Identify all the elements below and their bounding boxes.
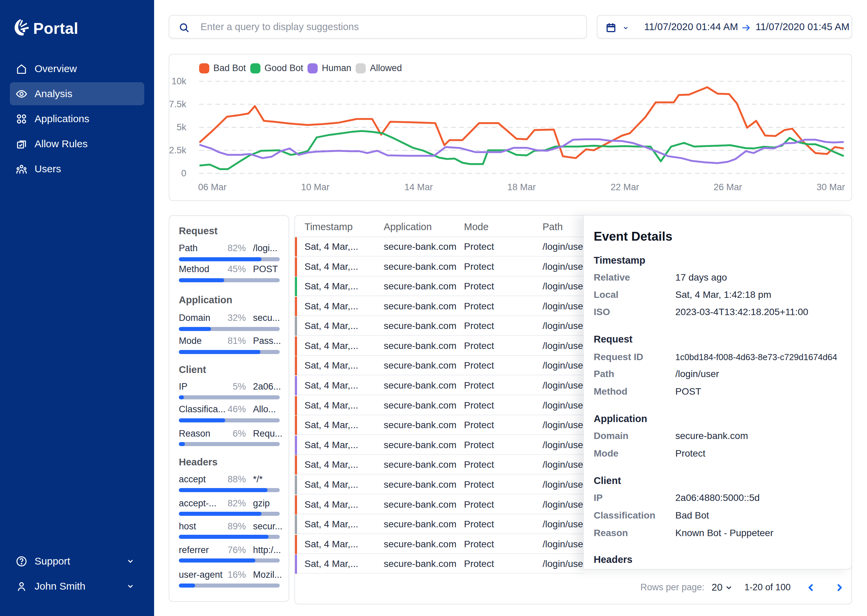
svg-text:14 Mar: 14 Mar — [404, 182, 433, 192]
svg-text:26 Mar: 26 Mar — [714, 182, 742, 192]
svg-text:2.5k: 2.5k — [169, 145, 186, 156]
svg-text:30 Mar: 30 Mar — [817, 182, 845, 192]
svg-text:06 Mar: 06 Mar — [198, 182, 227, 192]
svg-text:10 Mar: 10 Mar — [301, 182, 329, 192]
svg-text:10k: 10k — [172, 76, 186, 86]
svg-text:0: 0 — [181, 168, 186, 178]
svg-text:22 Mar: 22 Mar — [611, 182, 639, 192]
svg-text:18 Mar: 18 Mar — [507, 182, 536, 192]
svg-text:5k: 5k — [176, 122, 186, 132]
svg-text:7.5k: 7.5k — [169, 99, 186, 109]
